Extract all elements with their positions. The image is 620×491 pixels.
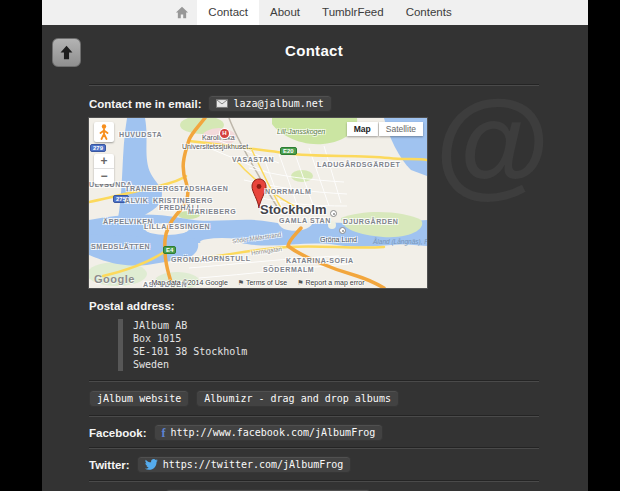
map-label: SÖDERMALM [263,266,314,273]
page-title: Contact [89,42,539,59]
divider [89,415,539,417]
map-type-map-button[interactable]: Map [347,122,378,136]
map-label: DJURGÅRDEN [343,218,398,225]
zoom-control: + − [94,154,114,184]
map-label: TRANEBERG [125,185,175,192]
map-attribution: Map data ©2014 Google ⚑ Terms of Use ⚑ R… [89,279,427,287]
poi-icon [330,210,337,217]
content-area: @ Contact Contact me in email: laza@jalb… [42,25,588,491]
email-label: Contact me in email: [89,98,201,110]
zoom-in-button[interactable]: + [94,154,114,169]
map-label: KATARINA-SOFIA [286,257,354,264]
map-label: VASASTAN [232,156,274,163]
envelope-icon [216,99,228,108]
map-label: Gröna Lund [320,236,357,243]
page-column: Contact About TumblrFeed Contents @ Cont… [42,0,588,491]
home-icon[interactable] [167,0,197,25]
postal-address-block: JAlbum AB Box 1015 SE-101 38 Stockholm S… [118,319,539,371]
flag-icon: ⚑ [297,279,303,286]
map-label: E4 [163,246,176,254]
map-label: Åland (Långnäs), Fi.. [373,238,427,245]
jalbum-website-link[interactable]: jAlbum website [89,390,189,407]
map-label: SMEDSLÄTTEN [91,243,150,250]
up-arrow-icon [58,44,75,61]
map-label: Karolinska [202,134,235,141]
map-label: HUVUDSTA [119,131,162,138]
divider [89,447,539,449]
flag-icon: ⚑ [238,279,244,286]
postal-address-label: Postal address: [89,300,539,312]
divider [89,380,539,382]
map-label: MARIEBERG [188,208,236,215]
site-links-row: jAlbum website Albumizr - drag and drop … [89,390,539,407]
map-label: NORRMALM [265,188,311,195]
poi-icon [339,227,346,234]
address-line: SE-101 38 Stockholm [133,345,539,358]
map-label: STADSHAGEN [174,185,228,192]
map-label: GAMLA STAN [279,217,331,224]
map-label: 279 [90,144,106,152]
map-type-satellite-button[interactable]: Satellite [379,122,423,136]
email-row: Contact me in email: laza@jalbum.net [89,95,539,112]
zoom-out-button[interactable]: − [94,169,114,184]
address-line: Box 1015 [133,332,539,345]
twitter-link[interactable]: https://twitter.com/jAlbumFrog [137,456,352,473]
google-map[interactable]: HUVUDSTAKarolinskaUniversitetssjukhuset.… [89,118,427,288]
map-label: ALVIK [125,197,148,204]
map-label: Stockholm [260,202,326,217]
facebook-label: Facebook: [89,427,147,439]
facebook-row: Facebook: f http://www.facebook.com/jAlb… [89,424,539,441]
twitter-bird-icon [145,459,158,470]
hospital-icon: H [220,129,229,138]
map-type-buttons: Map Satellite [347,122,423,136]
facebook-icon: f [162,428,166,438]
map-label: LILLA ESSINGEN [144,223,210,230]
facebook-link[interactable]: f http://www.facebook.com/jAlbumFrog [154,424,384,441]
map-label: Lill-Jansskogen [277,128,325,135]
map-label: Universitetssjukhuset.. [182,143,252,150]
map-label: HORNSTULL [202,255,251,262]
map-label: E20 [280,147,297,155]
tab-tumblrfeed[interactable]: TumblrFeed [311,0,395,25]
map-copyright: Map data ©2014 Google [151,279,227,287]
map-label: KRISTINEBERG [153,197,213,204]
address-line: JAlbum AB [133,319,539,332]
twitter-label: Twitter: [89,459,130,471]
twitter-row: Twitter: https://twitter.com/jAlbumFrog [89,456,539,473]
pegman-button[interactable] [94,122,114,142]
map-label: LADUGÅRDSGÄRDET [317,161,400,168]
albumizr-link[interactable]: Albumizr - drag and drop albums [196,390,399,407]
email-link[interactable]: laza@jalbum.net [208,95,331,112]
tab-contents[interactable]: Contents [395,0,463,25]
tab-contact[interactable]: Contact [197,0,259,25]
address-line: Sweden [133,358,539,371]
divider [89,84,539,86]
terms-link[interactable]: Terms of Use [246,279,287,286]
divider [89,480,539,482]
scroll-top-button[interactable] [52,38,81,67]
tab-about[interactable]: About [259,0,311,25]
pegman-icon [99,124,109,140]
report-error-link[interactable]: Report a map error [305,279,364,286]
top-navbar: Contact About TumblrFeed Contents [42,0,588,25]
